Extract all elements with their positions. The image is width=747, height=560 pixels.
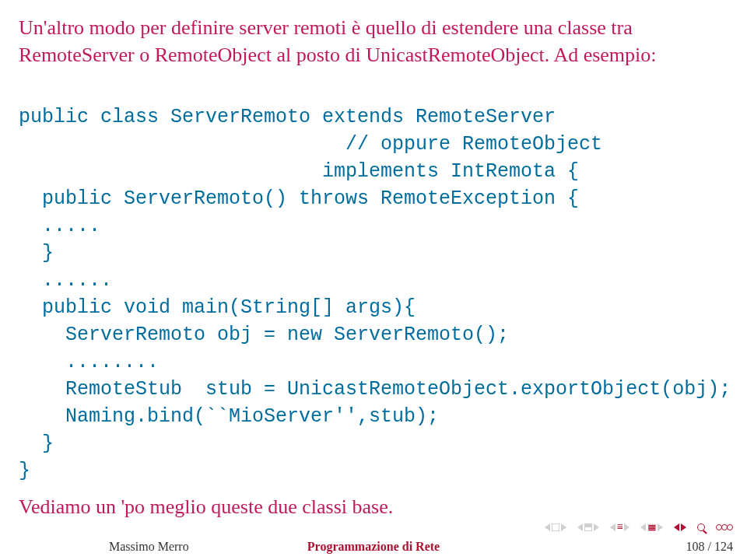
footer-author: Massimo Merro: [109, 540, 189, 554]
nav-back-forward[interactable]: [674, 523, 686, 531]
outro-text: Vediamo un 'po meglio queste due classi …: [19, 495, 728, 519]
code-line: }: [19, 432, 54, 455]
code-block: public class ServerRemoto extends Remote…: [19, 76, 728, 485]
code-line: ......: [19, 269, 112, 292]
slide: Un'altro modo per definire server remoti…: [0, 0, 747, 560]
code-line: }: [19, 460, 30, 482]
nav-subsection[interactable]: [577, 523, 599, 531]
section-icon: ≡: [617, 521, 622, 534]
next-sec-icon: [624, 523, 630, 531]
code-line: implements IntRemota {: [19, 160, 579, 183]
code-line: ServerRemoto obj = new ServerRemoto();: [19, 324, 509, 346]
nav-section[interactable]: ≡: [610, 521, 630, 534]
nav-frame[interactable]: [545, 523, 566, 531]
back-icon: [674, 523, 679, 531]
next-sub-icon: [594, 523, 599, 531]
code-line: public ServerRemoto() throws RemoteExcep…: [19, 187, 579, 210]
footer-title: Programmazione di Rete: [307, 540, 440, 554]
code-line: public void main(String[] args){: [19, 296, 416, 319]
prev-sub-icon: [577, 523, 583, 531]
nav-doc[interactable]: ≣: [640, 520, 663, 534]
search-icon[interactable]: [697, 523, 705, 531]
code-line: RemoteStub stub = UnicastRemoteObject.ex…: [19, 378, 731, 401]
intro-text: Un'altro modo per definire server remoti…: [19, 14, 728, 68]
doc-start-icon: [640, 523, 646, 531]
forward-icon: [681, 523, 686, 531]
code-line: public class ServerRemoto extends Remote…: [19, 106, 556, 128]
code-line: // oppure RemoteObject: [19, 133, 602, 156]
next-frame-icon: [561, 523, 566, 531]
nav-circles-icon[interactable]: [716, 524, 733, 530]
code-line: ........: [19, 351, 159, 373]
code-line: }: [19, 242, 54, 264]
code-line: .....: [19, 215, 100, 237]
footer-pager: 108 / 124: [686, 540, 733, 554]
doc-end-icon: [658, 523, 663, 531]
prev-frame-icon: [545, 523, 550, 531]
sub-icon: [584, 523, 592, 531]
code-line: Naming.bind(``MioServer'',stub);: [19, 405, 439, 428]
frame-icon: [552, 523, 559, 531]
footer: Massimo Merro Programmazione di Rete 108…: [0, 537, 747, 560]
beamer-nav: ≡ ≣: [545, 520, 733, 534]
doc-icon: ≣: [647, 520, 656, 534]
prev-sec-icon: [610, 523, 615, 531]
